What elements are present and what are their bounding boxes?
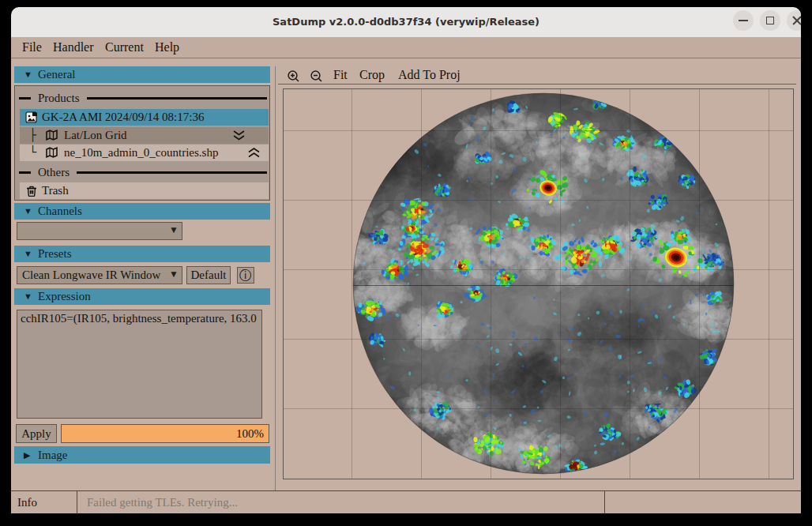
maximize-button[interactable] [760,10,780,31]
section-header-channels[interactable]: ▼ Channels [14,203,270,220]
chevron-double-up-icon[interactable] [247,148,261,158]
satdump-window: SatDump v2.0.0-d0db37f34 (verywip/Releas… [11,7,801,513]
statusbar: Info Failed getting TLEs. Retrying... [11,490,801,513]
panel-splitter[interactable] [275,66,276,490]
minimize-button[interactable] [733,10,754,31]
minimize-icon [739,20,748,21]
combo-arrow-icon: ▼ [169,269,179,280]
tree-item-trash[interactable]: Trash [20,182,269,199]
status-tab-info[interactable]: Info [17,491,37,513]
products-tree: Products GK-2A AMI 2024/09/14 08:17:36 ├… [14,85,270,201]
status-divider [77,491,77,513]
toolbar-crop-button[interactable]: Crop [359,67,385,83]
expression-textarea[interactable]: cchIR105=(IR105, brightness_temperature,… [17,310,262,419]
separator-dash [19,97,31,100]
zoom-out-button[interactable] [310,69,323,85]
preset-combo-value: Clean Longwave IR Window [22,267,160,284]
section-header-general[interactable]: ▼ General [14,66,270,83]
image-viewport [283,88,794,479]
section-label: Channels [38,203,82,220]
tree-item-label: ne_10m_admin_0_countries.shp [64,145,218,161]
tree-item-countries-shp[interactable]: └ ne_10m_admin_0_countries.shp [20,145,269,161]
tree-item-label: GK-2A AMI 2024/09/14 08:17:36 [42,109,204,126]
triangle-down-icon: ▼ [24,203,32,220]
tree-group-label: Products [38,92,80,105]
separator-line [77,171,267,174]
toolbar-fit-button[interactable]: Fit [333,67,348,83]
section-header-expression[interactable]: ▼ Expression [14,288,270,305]
maximize-icon [766,17,774,24]
map-icon [46,147,58,158]
tree-item-label: Lat/Lon Grid [64,127,127,144]
zoom-in-button[interactable] [287,69,300,85]
map-icon [46,130,58,141]
info-button[interactable]: ⓘ [237,267,254,284]
section-header-presets[interactable]: ▼ Presets [14,246,270,262]
apply-button[interactable]: Apply [16,424,57,443]
tree-item-latlon-grid[interactable]: ├ Lat/Lon Grid [20,127,269,144]
progress-label: 100% [236,425,264,442]
status-divider [604,491,605,513]
toolbar-separator [278,84,796,85]
tree-group-label: Others [38,166,70,179]
tree-item-gk2a[interactable]: GK-2A AMI 2024/09/14 08:17:36 [20,109,269,126]
window-title: SatDump v2.0.0-d0db37f34 (verywip/Releas… [11,7,801,37]
section-label: Presets [38,246,72,262]
product-image-icon [25,111,37,123]
preset-combo[interactable]: Clean Longwave IR Window ▼ [17,266,182,284]
satellite-image-canvas[interactable] [284,89,793,479]
menu-item-file[interactable]: File [22,37,42,58]
menubar: File Handler Current Help [11,37,801,58]
status-message: Failed getting TLEs. Retrying... [87,491,238,513]
menu-item-handler[interactable]: Handler [53,37,94,58]
trash-icon [26,185,37,197]
tree-group-products: Products [19,91,267,105]
channels-combo[interactable]: ▼ [17,222,182,240]
progress-bar: 100% [61,424,269,443]
toolbar-add-to-proj-button[interactable]: Add To Proj [398,67,461,83]
section-label: General [38,66,75,83]
triangle-down-icon: ▼ [24,288,32,305]
tree-item-label: Trash [42,182,69,199]
menu-item-help[interactable]: Help [155,37,179,58]
chevron-double-down-icon[interactable] [232,130,246,141]
section-label: Image [38,446,67,464]
tree-connector: ├ [29,127,36,144]
menu-item-current[interactable]: Current [105,37,144,58]
tree-group-others: Others [19,165,267,179]
separator-line [87,97,268,100]
tree-connector: └ [29,145,36,161]
separator-dash [19,171,31,174]
triangle-down-icon: ▼ [24,66,32,83]
combo-arrow-icon: ▼ [169,224,179,236]
triangle-right-icon: ▶ [24,446,30,464]
section-header-image[interactable]: ▶ Image [14,446,270,464]
section-label: Expression [38,288,91,305]
triangle-down-icon: ▼ [24,246,32,262]
default-button[interactable]: Default [186,266,231,284]
titlebar[interactable]: SatDump v2.0.0-d0db37f34 (verywip/Releas… [11,7,801,37]
